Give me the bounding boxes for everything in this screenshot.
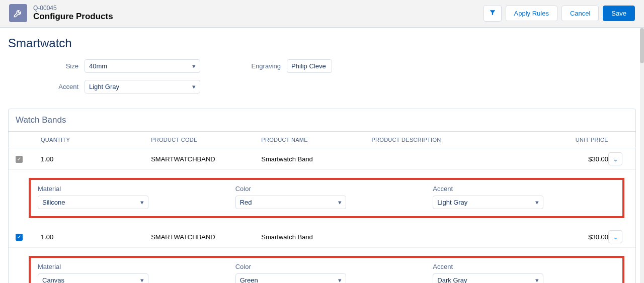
scrollbar-thumb[interactable]	[640, 28, 644, 63]
chevron-down-icon: ▾	[140, 199, 144, 206]
size-label: Size	[48, 62, 78, 70]
size-value: 40mm	[89, 62, 107, 70]
engraving-input[interactable]: Philip Cleve	[287, 59, 332, 73]
chevron-down-icon: ▾	[192, 83, 196, 90]
top-bar-actions: Apply Rules Cancel Save	[484, 5, 635, 22]
band-accent-value: Light Gray	[437, 199, 467, 206]
col-quantity: QUANTITY	[41, 137, 151, 143]
col-name: PRODUCT NAME	[261, 137, 371, 143]
chevron-down-icon: ▾	[140, 276, 144, 283]
col-description: PRODUCT DESCRIPTION	[371, 137, 548, 143]
accent-select[interactable]: Light Gray ▾	[85, 80, 200, 93]
band-config-highlight: Material Silicone ▾ Color Red ▾ Accent L…	[29, 178, 624, 218]
table-row: ✓ 1.00 SMARTWATCHBAND Smartwatch Band $3…	[9, 148, 635, 170]
row-checkbox[interactable]: ✓	[16, 234, 23, 241]
engraving-label: Engraving	[251, 62, 281, 70]
color-label: Color	[235, 263, 418, 270]
chevron-down-icon: ⌄	[613, 233, 618, 241]
engraving-value: Philip Cleve	[291, 62, 326, 70]
col-code: PRODUCT CODE	[151, 137, 261, 143]
material-field: Material Canvas ▾	[38, 263, 220, 283]
color-label: Color	[235, 185, 418, 193]
apply-rules-button[interactable]: Apply Rules	[506, 6, 557, 21]
material-select[interactable]: Canvas ▾	[38, 273, 148, 283]
watch-bands-panel: Watch Bands QUANTITY PRODUCT CODE PRODUC…	[8, 109, 636, 283]
row-price: $30.00	[548, 233, 608, 241]
content-area: Smartwatch Size 40mm ▾ Engraving Philip …	[0, 28, 644, 283]
band-accent-label: Accent	[433, 185, 615, 193]
wrench-icon	[9, 4, 27, 22]
band-accent-field: Accent Light Gray ▾	[433, 185, 615, 209]
material-label: Material	[38, 263, 220, 270]
record-id: Q-00045	[33, 5, 113, 12]
band-accent-select[interactable]: Dark Gray ▾	[433, 273, 543, 283]
col-checkbox	[16, 137, 41, 143]
col-expand	[608, 137, 628, 143]
scrollbar-track[interactable]	[640, 28, 644, 283]
band-accent-label: Accent	[433, 263, 615, 270]
product-config-row-1: Size 40mm ▾ Engraving Philip Cleve	[8, 59, 636, 80]
row-name: Smartwatch Band	[261, 155, 371, 163]
material-value: Silicone	[42, 199, 65, 206]
chevron-down-icon: ▾	[192, 62, 196, 70]
color-select[interactable]: Green ▾	[235, 273, 346, 283]
row-expand-button[interactable]: ⌄	[608, 230, 622, 243]
engraving-field: Engraving Philip Cleve	[251, 59, 332, 73]
row-price: $30.00	[548, 155, 608, 163]
row-quantity: 1.00	[41, 233, 151, 241]
col-price: UNIT PRICE	[548, 137, 608, 143]
watch-bands-title: Watch Bands	[9, 109, 635, 132]
row-checkbox[interactable]: ✓	[16, 156, 23, 163]
size-select[interactable]: 40mm ▾	[85, 59, 200, 73]
row-expand-button[interactable]: ⌄	[608, 152, 622, 165]
color-field: Color Green ▾	[235, 263, 418, 283]
material-field: Material Silicone ▾	[38, 185, 220, 209]
size-field: Size 40mm ▾	[48, 59, 200, 73]
accent-value: Light Gray	[89, 83, 119, 90]
band-accent-value: Dark Gray	[437, 276, 467, 283]
material-value: Canvas	[42, 276, 64, 283]
watch-bands-header: QUANTITY PRODUCT CODE PRODUCT NAME PRODU…	[9, 132, 635, 148]
accent-label: Accent	[39, 83, 78, 90]
color-value: Red	[240, 199, 252, 206]
product-name: Smartwatch	[8, 36, 636, 50]
band-config-highlight: Material Canvas ▾ Color Green ▾ Accent D…	[29, 256, 624, 283]
color-value: Green	[240, 276, 258, 283]
page-title: Configure Products	[33, 12, 113, 22]
row-code: SMARTWATCHBAND	[151, 155, 261, 163]
filter-button[interactable]	[484, 5, 502, 22]
band-accent-select[interactable]: Light Gray ▾	[433, 196, 543, 209]
product-config-row-2: Accent Light Gray ▾	[8, 80, 636, 101]
table-row: ✓ 1.00 SMARTWATCHBAND Smartwatch Band $3…	[9, 226, 635, 248]
band-accent-field: Accent Dark Gray ▾	[433, 263, 615, 283]
color-select[interactable]: Red ▾	[235, 196, 346, 209]
row-quantity: 1.00	[41, 155, 151, 163]
row-code: SMARTWATCHBAND	[151, 233, 261, 241]
funnel-icon	[489, 9, 496, 16]
color-field: Color Red ▾	[235, 185, 418, 209]
top-bar: Q-00045 Configure Products Apply Rules C…	[0, 0, 644, 28]
accent-field: Accent Light Gray ▾	[39, 80, 200, 93]
chevron-down-icon: ▾	[338, 276, 342, 283]
row-name: Smartwatch Band	[261, 233, 371, 241]
chevron-down-icon: ▾	[338, 199, 342, 206]
top-bar-left: Q-00045 Configure Products	[9, 4, 113, 22]
material-select[interactable]: Silicone ▾	[38, 196, 148, 209]
chevron-down-icon: ⌄	[613, 155, 618, 163]
save-button[interactable]: Save	[603, 6, 635, 21]
material-label: Material	[38, 185, 220, 193]
chevron-down-icon: ▾	[535, 199, 539, 206]
chevron-down-icon: ▾	[535, 276, 539, 283]
cancel-button[interactable]: Cancel	[561, 6, 599, 21]
